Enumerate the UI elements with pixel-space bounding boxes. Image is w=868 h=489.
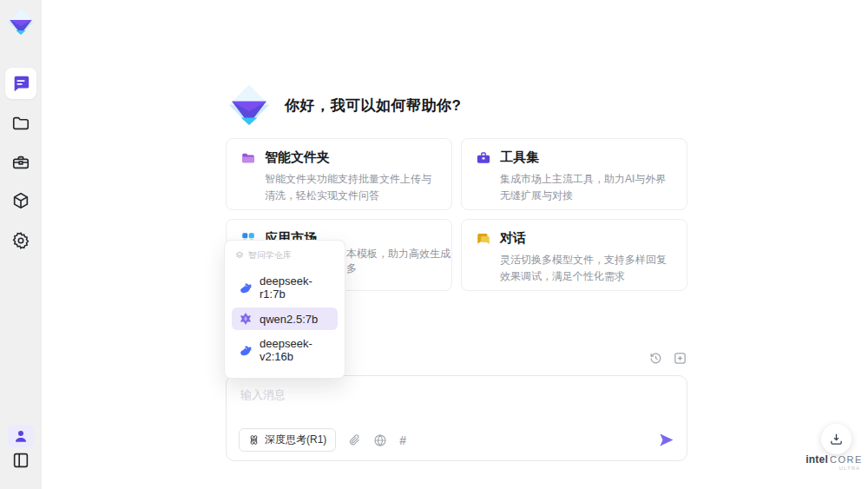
- model-dropdown: 智问学仓库 deepseek-r1:7b qwen2.5:7b deepseek…: [224, 240, 345, 379]
- card-toolset[interactable]: 工具集 集成市场上主流工具，助力AI与外界无缝扩展与对接: [461, 138, 687, 210]
- qwen-icon: [239, 312, 253, 326]
- deepseek-icon: [239, 281, 253, 294]
- message-composer: 深度思考(R1) #: [226, 375, 687, 461]
- smart-folder-icon: [240, 150, 256, 166]
- atom-icon: [248, 434, 260, 446]
- panel-toggle-icon: [11, 451, 30, 470]
- history-icon[interactable]: [648, 351, 663, 366]
- intel-badge-subtext: ultra: [808, 466, 860, 471]
- send-icon: [658, 432, 674, 448]
- card-title: 智能文件夹: [265, 149, 330, 166]
- model-option-qwen[interactable]: qwen2.5:7b: [232, 307, 338, 330]
- intel-core-badge: intel core ultra: [808, 454, 860, 471]
- card-description: 集成市场上主流工具，助力AI与外界无缝扩展与对接: [500, 171, 673, 203]
- folder-icon: [11, 114, 30, 133]
- card-smart-folder[interactable]: 智能文件夹 智能文件夹功能支持批量文件上传与清洗，轻松实现文件问答: [226, 138, 452, 210]
- send-button[interactable]: [658, 432, 674, 448]
- card-title: 对话: [500, 230, 526, 247]
- deepseek-icon: [239, 343, 253, 357]
- card-description: 灵活切换多模型文件，支持多样回复效果调试，满足个性化需求: [500, 252, 673, 284]
- deep-think-toggle[interactable]: 深度思考(R1): [239, 428, 336, 452]
- chat-actions: [648, 351, 687, 366]
- sidebar-item-settings[interactable]: [10, 230, 31, 251]
- greeting-title: 你好，我可以如何帮助你?: [285, 96, 461, 116]
- deep-think-label: 深度思考(R1): [265, 433, 326, 447]
- sidebar-toggle-button[interactable]: [10, 450, 31, 471]
- attach-button[interactable]: [348, 433, 361, 446]
- cube-icon: [11, 191, 30, 210]
- model-option-deepseek-r1[interactable]: deepseek-r1:7b: [232, 270, 338, 305]
- intel-wordmark: intel: [806, 454, 828, 465]
- card-description-fragment: 本模板，助力高效生成多: [346, 247, 451, 276]
- new-chat-icon[interactable]: [673, 351, 687, 366]
- chat-card-icon: [476, 231, 491, 247]
- repo-icon: [235, 251, 244, 260]
- card-chat[interactable]: 对话 灵活切换多模型文件，支持多样回复效果调试，满足个性化需求: [461, 219, 687, 291]
- toolbox-icon: [11, 153, 30, 172]
- card-title: 工具集: [500, 149, 539, 166]
- paperclip-icon: [348, 433, 361, 446]
- sidebar-item-tools[interactable]: [10, 152, 31, 173]
- prompt-tag-button[interactable]: #: [399, 433, 406, 447]
- globe-button[interactable]: [373, 433, 387, 447]
- model-option-label: deepseek-r1:7b: [260, 274, 331, 301]
- sidebar: [0, 0, 42, 489]
- model-dropdown-header: 智问学仓库: [225, 247, 345, 268]
- message-input[interactable]: [227, 376, 687, 418]
- app-logo-icon: [6, 7, 36, 36]
- gear-icon: [11, 231, 30, 250]
- toolset-icon: [476, 150, 491, 166]
- composer-toolbar: 深度思考(R1) #: [239, 428, 674, 452]
- assistant-logo-icon: [227, 83, 271, 127]
- greeting-header: 你好，我可以如何帮助你?: [227, 83, 461, 127]
- sidebar-item-folders[interactable]: [10, 113, 31, 134]
- globe-icon: [373, 433, 387, 447]
- sidebar-item-profile[interactable]: [8, 425, 34, 447]
- model-option-deepseek-v2[interactable]: deepseek-v2:16b: [232, 333, 338, 367]
- core-wordmark: core: [830, 455, 863, 465]
- model-option-label: deepseek-v2:16b: [260, 337, 331, 363]
- sidebar-item-chat[interactable]: [5, 68, 36, 99]
- sidebar-item-models[interactable]: [10, 190, 31, 211]
- user-icon: [13, 428, 29, 444]
- chat-bubble-icon: [11, 74, 30, 93]
- card-description: 智能文件夹功能支持批量文件上传与清洗，轻松实现文件问答: [265, 171, 437, 203]
- download-icon: [829, 432, 844, 446]
- model-option-label: qwen2.5:7b: [260, 313, 318, 326]
- download-button[interactable]: [821, 424, 852, 454]
